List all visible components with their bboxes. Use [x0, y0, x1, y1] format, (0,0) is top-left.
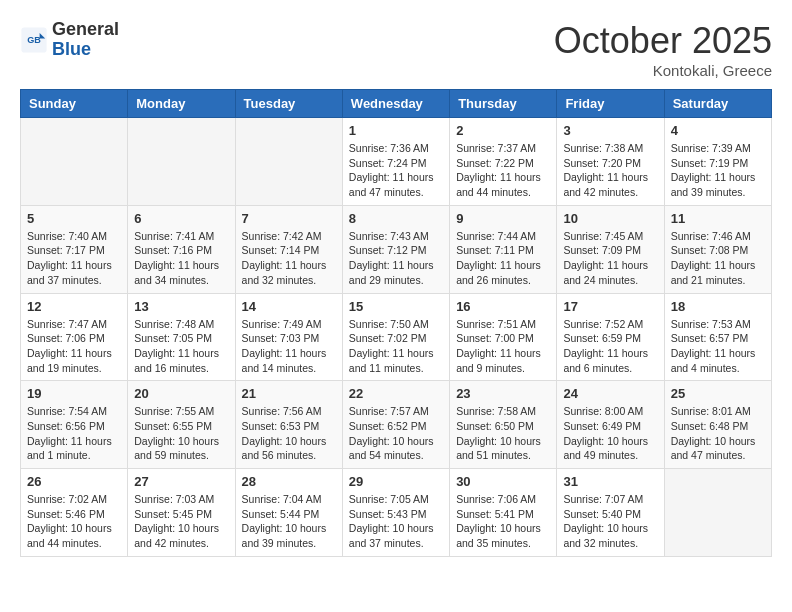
day-number: 27 [134, 474, 228, 489]
calendar-cell: 2Sunrise: 7:37 AMSunset: 7:22 PMDaylight… [450, 118, 557, 206]
calendar-cell: 4Sunrise: 7:39 AMSunset: 7:19 PMDaylight… [664, 118, 771, 206]
calendar-cell: 3Sunrise: 7:38 AMSunset: 7:20 PMDaylight… [557, 118, 664, 206]
page-header: GB General Blue October 2025 Kontokali, … [20, 20, 772, 79]
day-number: 5 [27, 211, 121, 226]
calendar-cell [21, 118, 128, 206]
day-info: Sunrise: 7:55 AMSunset: 6:55 PMDaylight:… [134, 404, 228, 463]
day-info: Sunrise: 7:05 AMSunset: 5:43 PMDaylight:… [349, 492, 443, 551]
day-info: Sunrise: 7:54 AMSunset: 6:56 PMDaylight:… [27, 404, 121, 463]
day-number: 25 [671, 386, 765, 401]
calendar-week-row: 12Sunrise: 7:47 AMSunset: 7:06 PMDayligh… [21, 293, 772, 381]
calendar-cell: 31Sunrise: 7:07 AMSunset: 5:40 PMDayligh… [557, 469, 664, 557]
calendar-week-row: 5Sunrise: 7:40 AMSunset: 7:17 PMDaylight… [21, 205, 772, 293]
weekday-header: Sunday [21, 90, 128, 118]
day-number: 29 [349, 474, 443, 489]
day-info: Sunrise: 7:50 AMSunset: 7:02 PMDaylight:… [349, 317, 443, 376]
day-number: 24 [563, 386, 657, 401]
day-info: Sunrise: 7:46 AMSunset: 7:08 PMDaylight:… [671, 229, 765, 288]
weekday-header: Saturday [664, 90, 771, 118]
day-info: Sunrise: 7:03 AMSunset: 5:45 PMDaylight:… [134, 492, 228, 551]
day-number: 30 [456, 474, 550, 489]
calendar-week-row: 1Sunrise: 7:36 AMSunset: 7:24 PMDaylight… [21, 118, 772, 206]
calendar-cell: 13Sunrise: 7:48 AMSunset: 7:05 PMDayligh… [128, 293, 235, 381]
calendar-cell [664, 469, 771, 557]
day-info: Sunrise: 7:44 AMSunset: 7:11 PMDaylight:… [456, 229, 550, 288]
weekday-header: Wednesday [342, 90, 449, 118]
day-number: 8 [349, 211, 443, 226]
day-number: 7 [242, 211, 336, 226]
svg-text:GB: GB [27, 35, 41, 45]
day-info: Sunrise: 7:53 AMSunset: 6:57 PMDaylight:… [671, 317, 765, 376]
day-info: Sunrise: 7:36 AMSunset: 7:24 PMDaylight:… [349, 141, 443, 200]
calendar-cell: 16Sunrise: 7:51 AMSunset: 7:00 PMDayligh… [450, 293, 557, 381]
calendar-cell: 12Sunrise: 7:47 AMSunset: 7:06 PMDayligh… [21, 293, 128, 381]
month-title: October 2025 [554, 20, 772, 62]
day-info: Sunrise: 7:37 AMSunset: 7:22 PMDaylight:… [456, 141, 550, 200]
calendar-cell: 21Sunrise: 7:56 AMSunset: 6:53 PMDayligh… [235, 381, 342, 469]
location: Kontokali, Greece [554, 62, 772, 79]
calendar-cell: 17Sunrise: 7:52 AMSunset: 6:59 PMDayligh… [557, 293, 664, 381]
day-number: 4 [671, 123, 765, 138]
day-info: Sunrise: 7:41 AMSunset: 7:16 PMDaylight:… [134, 229, 228, 288]
calendar-cell: 10Sunrise: 7:45 AMSunset: 7:09 PMDayligh… [557, 205, 664, 293]
day-number: 3 [563, 123, 657, 138]
calendar-cell: 22Sunrise: 7:57 AMSunset: 6:52 PMDayligh… [342, 381, 449, 469]
weekday-header-row: SundayMondayTuesdayWednesdayThursdayFrid… [21, 90, 772, 118]
day-info: Sunrise: 7:04 AMSunset: 5:44 PMDaylight:… [242, 492, 336, 551]
day-info: Sunrise: 8:01 AMSunset: 6:48 PMDaylight:… [671, 404, 765, 463]
calendar-week-row: 26Sunrise: 7:02 AMSunset: 5:46 PMDayligh… [21, 469, 772, 557]
day-number: 28 [242, 474, 336, 489]
day-number: 9 [456, 211, 550, 226]
weekday-header: Monday [128, 90, 235, 118]
day-info: Sunrise: 7:49 AMSunset: 7:03 PMDaylight:… [242, 317, 336, 376]
calendar-cell: 15Sunrise: 7:50 AMSunset: 7:02 PMDayligh… [342, 293, 449, 381]
logo: GB General Blue [20, 20, 119, 60]
day-number: 31 [563, 474, 657, 489]
day-number: 2 [456, 123, 550, 138]
weekday-header: Friday [557, 90, 664, 118]
day-info: Sunrise: 7:58 AMSunset: 6:50 PMDaylight:… [456, 404, 550, 463]
day-info: Sunrise: 7:52 AMSunset: 6:59 PMDaylight:… [563, 317, 657, 376]
calendar-cell [235, 118, 342, 206]
weekday-header: Tuesday [235, 90, 342, 118]
calendar-cell: 28Sunrise: 7:04 AMSunset: 5:44 PMDayligh… [235, 469, 342, 557]
day-number: 13 [134, 299, 228, 314]
day-number: 17 [563, 299, 657, 314]
day-info: Sunrise: 8:00 AMSunset: 6:49 PMDaylight:… [563, 404, 657, 463]
day-number: 22 [349, 386, 443, 401]
calendar-cell: 1Sunrise: 7:36 AMSunset: 7:24 PMDaylight… [342, 118, 449, 206]
calendar-table: SundayMondayTuesdayWednesdayThursdayFrid… [20, 89, 772, 557]
day-number: 11 [671, 211, 765, 226]
calendar-cell: 8Sunrise: 7:43 AMSunset: 7:12 PMDaylight… [342, 205, 449, 293]
day-info: Sunrise: 7:57 AMSunset: 6:52 PMDaylight:… [349, 404, 443, 463]
day-info: Sunrise: 7:06 AMSunset: 5:41 PMDaylight:… [456, 492, 550, 551]
day-info: Sunrise: 7:56 AMSunset: 6:53 PMDaylight:… [242, 404, 336, 463]
day-number: 6 [134, 211, 228, 226]
title-block: October 2025 Kontokali, Greece [554, 20, 772, 79]
calendar-cell [128, 118, 235, 206]
day-info: Sunrise: 7:42 AMSunset: 7:14 PMDaylight:… [242, 229, 336, 288]
day-number: 23 [456, 386, 550, 401]
day-number: 26 [27, 474, 121, 489]
day-number: 10 [563, 211, 657, 226]
day-info: Sunrise: 7:07 AMSunset: 5:40 PMDaylight:… [563, 492, 657, 551]
day-number: 20 [134, 386, 228, 401]
calendar-cell: 19Sunrise: 7:54 AMSunset: 6:56 PMDayligh… [21, 381, 128, 469]
day-info: Sunrise: 7:40 AMSunset: 7:17 PMDaylight:… [27, 229, 121, 288]
day-info: Sunrise: 7:43 AMSunset: 7:12 PMDaylight:… [349, 229, 443, 288]
day-number: 15 [349, 299, 443, 314]
calendar-cell: 9Sunrise: 7:44 AMSunset: 7:11 PMDaylight… [450, 205, 557, 293]
calendar-week-row: 19Sunrise: 7:54 AMSunset: 6:56 PMDayligh… [21, 381, 772, 469]
day-info: Sunrise: 7:47 AMSunset: 7:06 PMDaylight:… [27, 317, 121, 376]
day-number: 19 [27, 386, 121, 401]
day-info: Sunrise: 7:02 AMSunset: 5:46 PMDaylight:… [27, 492, 121, 551]
calendar-cell: 29Sunrise: 7:05 AMSunset: 5:43 PMDayligh… [342, 469, 449, 557]
day-number: 14 [242, 299, 336, 314]
calendar-cell: 23Sunrise: 7:58 AMSunset: 6:50 PMDayligh… [450, 381, 557, 469]
calendar-cell: 5Sunrise: 7:40 AMSunset: 7:17 PMDaylight… [21, 205, 128, 293]
day-number: 21 [242, 386, 336, 401]
calendar-cell: 26Sunrise: 7:02 AMSunset: 5:46 PMDayligh… [21, 469, 128, 557]
day-info: Sunrise: 7:39 AMSunset: 7:19 PMDaylight:… [671, 141, 765, 200]
calendar-cell: 14Sunrise: 7:49 AMSunset: 7:03 PMDayligh… [235, 293, 342, 381]
day-info: Sunrise: 7:51 AMSunset: 7:00 PMDaylight:… [456, 317, 550, 376]
